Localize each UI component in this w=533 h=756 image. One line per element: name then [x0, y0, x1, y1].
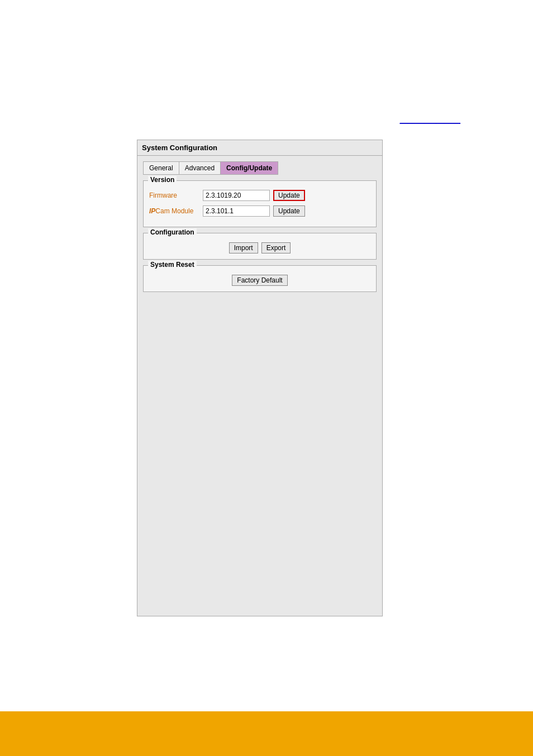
empty-content-area	[143, 298, 377, 610]
firmware-row: Firmware Update	[149, 190, 370, 201]
reset-btn-row: Factory Default	[149, 275, 370, 286]
firmware-label: Firmware	[149, 192, 199, 199]
configuration-legend: Configuration	[148, 228, 197, 236]
top-area: _______________ System Configuration Gen…	[0, 0, 533, 681]
ipcam-update-button[interactable]: Update	[273, 205, 305, 217]
version-legend: Version	[148, 176, 177, 184]
panel-title: System Configuration	[137, 140, 382, 156]
configuration-content: Import Export	[149, 242, 370, 253]
tab-general[interactable]: General	[143, 161, 179, 175]
bottom-bar	[0, 711, 533, 756]
tab-advanced[interactable]: Advanced	[179, 161, 221, 175]
system-config-panel: System Configuration General Advanced Co…	[137, 140, 383, 616]
tab-config-update[interactable]: Config/Update	[221, 161, 278, 175]
ipcam-row: IPCam Module Update	[149, 205, 370, 217]
ipcam-label-suffix: Cam Module	[155, 207, 193, 215]
export-button[interactable]: Export	[261, 242, 291, 253]
firmware-input[interactable]	[203, 190, 270, 201]
version-section: Version Firmware Update IPCam Module Upd…	[143, 180, 377, 227]
firmware-update-button[interactable]: Update	[273, 190, 305, 201]
tabs-row: General Advanced Config/Update	[143, 161, 377, 175]
system-reset-section: System Reset Factory Default	[143, 265, 377, 292]
configuration-section: Configuration Import Export	[143, 233, 377, 260]
blue-link[interactable]: _______________	[400, 116, 460, 124]
import-button[interactable]: Import	[229, 242, 258, 253]
panel-body: General Advanced Config/Update Version F…	[137, 156, 382, 616]
ipcam-label-prefix: IP	[149, 207, 155, 215]
config-btn-row: Import Export	[149, 242, 370, 253]
system-reset-legend: System Reset	[148, 261, 197, 269]
ipcam-label: IPCam Module	[149, 207, 199, 215]
version-content: Firmware Update IPCam Module Update	[149, 190, 370, 217]
factory-default-button[interactable]: Factory Default	[232, 275, 287, 286]
ipcam-input[interactable]	[203, 205, 270, 217]
system-reset-content: Factory Default	[149, 275, 370, 286]
